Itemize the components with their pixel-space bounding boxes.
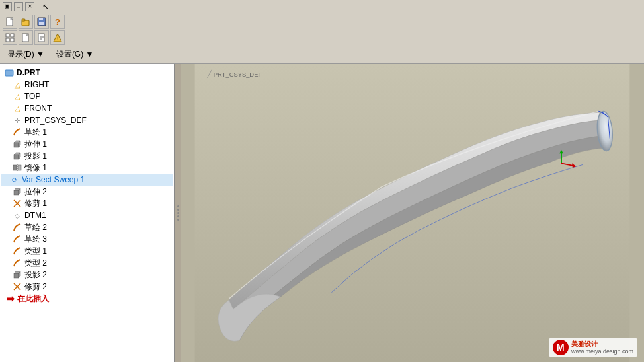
3d-shape-svg: PRT_CSYS_DEF — [181, 64, 644, 362]
trim-icon-2 — [12, 281, 22, 292]
type-icon-2 — [12, 258, 22, 268]
tree-item-trim1[interactable]: 修剪 1 — [1, 198, 173, 209]
tree-item-extrude1[interactable]: 拉伸 1 — [1, 138, 173, 150]
plane-icon-front: △ — [12, 103, 22, 114]
svg-rect-7 — [6, 34, 9, 37]
label-sketch1: 草绘 1 — [24, 127, 47, 138]
toolbar-area: ? ! 显示(D) ▼ 设置(G) ▼ — [0, 13, 644, 64]
label-mirror1: 镜像 1 — [24, 163, 47, 174]
label-front: FRONT — [24, 104, 52, 113]
tree-item-front[interactable]: △ FRONT — [1, 102, 173, 114]
label-trim1: 修剪 1 — [24, 198, 47, 209]
tree-item-proj1[interactable]: 投影 1 — [1, 150, 173, 162]
tree-area[interactable]: D.PRT △ RIGHT △ TOP △ FRONT ✛ PRT_CSYS_D… — [0, 64, 174, 362]
settings-menu[interactable]: 设置(G) ▼ — [52, 48, 99, 61]
tree-item-sketch2[interactable]: 草绘 2 — [1, 221, 173, 233]
watermark: M 美雅设计 www.meiya design.com — [549, 338, 637, 357]
splitter-dot-1 — [177, 205, 179, 207]
sweep-icon-1: ⟳ — [9, 174, 20, 185]
extrude-icon-2 — [12, 186, 22, 197]
tree-item-csys[interactable]: ✛ PRT_CSYS_DEF — [1, 114, 173, 126]
tb2-btn2[interactable] — [19, 30, 33, 45]
window-icon2: □ — [14, 2, 23, 11]
watermark-line1: 美雅设计 — [571, 340, 633, 348]
svg-rect-6 — [39, 22, 44, 25]
label-insert: 在此插入 — [17, 293, 49, 305]
display-menu[interactable]: 显示(D) ▼ — [3, 48, 49, 61]
label-csys: PRT_CSYS_DEF — [24, 116, 87, 125]
label-extrude1: 拉伸 1 — [24, 139, 47, 150]
tree-root[interactable]: D.PRT — [1, 67, 173, 79]
csys-icon: ✛ — [12, 115, 22, 126]
tree-item-sweep1[interactable]: ⟳ Var Sect Sweep 1 — [1, 174, 173, 186]
toolbar-row-1: ? — [3, 15, 641, 29]
label-sweep1: Var Sect Sweep 1 — [22, 175, 85, 184]
type-icon-1 — [12, 246, 22, 256]
label-type2: 类型 2 — [24, 258, 47, 269]
splitter-dot-4 — [177, 215, 179, 217]
new-button[interactable] — [3, 15, 17, 29]
open-button[interactable] — [19, 15, 33, 29]
svg-rect-29 — [14, 190, 19, 195]
svg-rect-9 — [6, 38, 9, 42]
svg-rect-8 — [11, 34, 14, 37]
svg-rect-10 — [11, 38, 14, 42]
label-proj1: 投影 1 — [24, 151, 47, 162]
tree-item-proj2[interactable]: 投影 2 — [1, 269, 173, 281]
save-button[interactable] — [34, 15, 49, 29]
tree-item-sketch1[interactable]: 草绘 1 — [1, 126, 173, 138]
label-top: TOP — [24, 92, 40, 101]
tree-item-type2[interactable]: 类型 2 — [1, 257, 173, 269]
svg-rect-27 — [18, 165, 21, 170]
tree-item-right[interactable]: △ RIGHT — [1, 79, 173, 90]
dtm-icon-1: ◇ — [12, 210, 22, 221]
panel-splitter[interactable] — [175, 64, 181, 362]
close-icon[interactable]: ✕ — [25, 2, 34, 11]
svg-rect-26 — [13, 165, 17, 170]
proj-icon-2 — [12, 270, 22, 280]
tb2-btn1[interactable] — [3, 30, 17, 45]
tree-item-top[interactable]: △ TOP — [1, 90, 173, 102]
svg-rect-23 — [14, 155, 19, 159]
label-dtm1: DTM1 — [24, 211, 46, 220]
cursor-icon: ↖ — [42, 2, 49, 11]
watermark-url: www.meiya design.com — [571, 348, 633, 355]
main-layout: D.PRT △ RIGHT △ TOP △ FRONT ✛ PRT_CSYS_D… — [0, 64, 644, 362]
splitter-dot-2 — [177, 209, 179, 211]
sketch-icon-3 — [12, 234, 22, 244]
svg-rect-5 — [39, 18, 43, 20]
label-type1: 类型 1 — [24, 246, 47, 257]
left-panel: D.PRT △ RIGHT △ TOP △ FRONT ✛ PRT_CSYS_D… — [0, 64, 175, 362]
tb2-btn3[interactable] — [34, 30, 49, 45]
help-button[interactable]: ? — [50, 15, 65, 29]
mirror-icon-1 — [12, 163, 22, 173]
svg-rect-32 — [14, 273, 19, 278]
label-sketch3: 草绘 3 — [24, 234, 47, 245]
tree-item-sketch3[interactable]: 草绘 3 — [1, 233, 173, 245]
svg-rect-19 — [5, 70, 13, 76]
splitter-handle — [177, 205, 179, 221]
trim-icon-1 — [12, 198, 22, 209]
svg-text:PRT_CSYS_DEF: PRT_CSYS_DEF — [214, 71, 262, 78]
tree-item-trim2[interactable]: 修剪 2 — [1, 281, 173, 293]
extrude-icon-1 — [12, 139, 22, 149]
watermark-text-block: 美雅设计 www.meiya design.com — [571, 340, 633, 355]
plane-icon-top: △ — [12, 91, 22, 102]
plane-icon-right: △ — [12, 79, 22, 90]
label-trim2: 修剪 2 — [24, 281, 47, 293]
tree-item-type1[interactable]: 类型 1 — [1, 245, 173, 257]
viewport[interactable]: PRT_CSYS_DEF — [181, 64, 644, 362]
proj-icon-1 — [12, 151, 22, 161]
tb2-btn4[interactable]: ! — [50, 30, 65, 45]
svg-text:!: ! — [57, 36, 58, 41]
menu-row: 显示(D) ▼ 设置(G) ▼ — [3, 46, 641, 62]
svg-rect-3 — [22, 19, 25, 21]
tree-item-insert[interactable]: ➡ 在此插入 — [1, 293, 173, 305]
label-right: RIGHT — [24, 80, 49, 89]
tree-item-mirror1[interactable]: 镜像 1 — [1, 162, 173, 174]
svg-rect-20 — [14, 143, 19, 147]
tree-root-label: D.PRT — [17, 68, 40, 77]
tree-item-extrude2[interactable]: 拉伸 2 — [1, 186, 173, 198]
splitter-dot-5 — [177, 219, 179, 221]
tree-item-dtm1[interactable]: ◇ DTM1 — [1, 209, 173, 221]
